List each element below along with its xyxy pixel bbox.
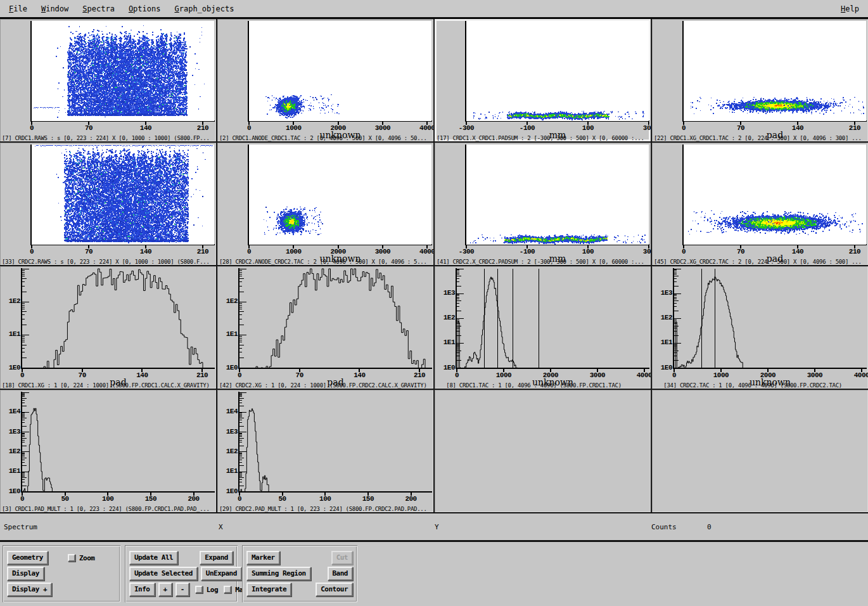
spectrum-panel-crdc2-tac[interactable]: 01000200030004000unknown1E01E11E21E3 [34… <box>652 266 868 389</box>
spectrum-panel-empty-pane-1[interactable] <box>435 390 651 512</box>
plot-canvas[interactable] <box>684 21 866 121</box>
plot-canvas[interactable] <box>466 145 649 245</box>
x-tick-label: -100 <box>520 248 535 255</box>
spectrum-panel-crdc2-raws[interactable]: 070140210[33] CRDC2.RAWS : s [0, 223 : 2… <box>0 143 216 265</box>
menu-help[interactable]: Help <box>841 4 859 13</box>
x-tick-label: 0 <box>30 248 34 255</box>
display-button[interactable]: Display + <box>7 583 52 596</box>
x-tick-label: 0 <box>247 248 251 255</box>
log-checkbox-box[interactable] <box>195 586 203 593</box>
info-button[interactable]: Info <box>129 583 155 596</box>
x-tick-label: 140 <box>792 124 803 132</box>
spectra-grid: 070140210[7] CRDC1.RAWS : s [0, 223 : 22… <box>0 19 868 512</box>
plot-canvas[interactable] <box>457 268 649 368</box>
spectrum-panel-crdc2-anode-tac[interactable]: 01000200030004000unknown[28] CRDC2.ANODE… <box>217 143 433 265</box>
menu-mnemonic: O <box>129 4 133 13</box>
y-tick-label: 1E3 <box>435 289 455 297</box>
status-spectrum-label: Spectrum <box>4 523 37 531</box>
plot-canvas[interactable] <box>249 21 431 121</box>
x-tick-label: 4000 <box>854 371 868 379</box>
spectrum-panel-crdc1-xg[interactable]: 070140210pad1E01E11E2[18] CRDC1.XG : 1 [… <box>0 266 216 389</box>
update-all-button[interactable]: Update All <box>129 551 178 565</box>
plot-canvas[interactable] <box>22 392 214 492</box>
menu-graph-objects[interactable]: Graph_objects <box>174 4 234 13</box>
spectrum-panel-crdc2-xg[interactable]: 070140210pad1E01E11E2[42] CRDC2.XG : 1 [… <box>217 266 433 389</box>
marker-button[interactable]: Marker <box>246 551 280 565</box>
spectrum-panel-crdc2-xg-tac[interactable]: 070140210pad[45] CRDC2.XG_CRDC2.TAC : 2 … <box>652 143 868 265</box>
-button[interactable]: - <box>176 583 189 596</box>
spectrum-panel-crdc1-xg-tac[interactable]: 070140210pad[22] CRDC1.XG_CRDC1.TAC : 2 … <box>652 19 868 141</box>
spectrum-panel-crdc1-raws[interactable]: 070140210[7] CRDC1.RAWS : s [0, 223 : 22… <box>0 19 216 141</box>
zoom-checkbox-label: Zoom <box>79 554 95 562</box>
control-row: MarkerCut <box>246 551 353 565</box>
y-tick-label: 1E1 <box>217 330 238 338</box>
y-tick-label: 1E3 <box>652 289 672 297</box>
y-tick-label: 1E0 <box>217 364 238 371</box>
plot-canvas[interactable] <box>239 268 431 368</box>
x-tick-label: 1000 <box>286 124 301 132</box>
zoom-checkbox[interactable]: Zoom <box>68 554 95 562</box>
x-tick-label: 150 <box>145 495 156 503</box>
x-tick-label: 300 <box>643 124 651 132</box>
x-tick-label: 140 <box>140 124 151 132</box>
menu-options[interactable]: Options <box>129 4 161 13</box>
plot-canvas[interactable] <box>239 392 431 492</box>
spectrum-caption: [45] CRDC2.XG_CRDC2.TAC : 2 [0, 224 : 50… <box>654 259 868 265</box>
contour-button[interactable]: Contour <box>316 583 353 596</box>
x-tick-label: 3000 <box>375 124 390 132</box>
x-tick-label: 50 <box>61 495 69 503</box>
summing-region-button[interactable]: Summing Region <box>246 567 311 581</box>
plot-canvas[interactable] <box>249 145 431 245</box>
x-tick-label: 3000 <box>807 371 822 379</box>
plot-canvas[interactable] <box>32 145 214 245</box>
x-tick-label: 70 <box>85 248 93 255</box>
control-group-2: Update AllExpandUpdate SelectedUnExpandI… <box>125 545 238 602</box>
spectrum-panel-crdc1-tac[interactable]: 01000200030004000unknown1E01E11E21E3 [8]… <box>435 266 651 389</box>
control-row: Summing RegionBand <box>246 567 353 581</box>
zoom-checkbox-box[interactable] <box>68 554 75 562</box>
x-tick-label: 0 <box>455 371 459 379</box>
control-row: Info+-LogMap <box>129 583 233 596</box>
x-tick-label: 140 <box>136 371 148 379</box>
spectrum-panel-empty-pane-2[interactable] <box>652 390 868 512</box>
plot-canvas[interactable] <box>466 21 649 121</box>
unexpand-button[interactable]: UnExpand <box>201 567 242 581</box>
x-tick-label: 50 <box>279 495 286 503</box>
spectrum-panel-crdc1-pad-mult[interactable]: 0501001502001E01E11E21E31E4[3] CRDC1.PAD… <box>0 390 216 512</box>
map-checkbox-box[interactable] <box>224 586 231 593</box>
plot-canvas[interactable] <box>684 145 866 245</box>
spectrum-panel-crdc2-x-padsum[interactable]: -300-100100300mm[41] CRDC2.X_CRDC2.PADSU… <box>435 143 651 265</box>
x-tick-label: 210 <box>849 124 860 132</box>
status-counts-label: Counts <box>651 523 677 531</box>
x-tick-label: 70 <box>737 248 744 255</box>
spectrum-caption: [34] CRDC2.TAC : 1 [0, 4096 : 4096] (S80… <box>654 382 868 389</box>
plot-canvas[interactable] <box>32 21 214 121</box>
expand-button[interactable]: Expand <box>200 551 233 565</box>
spectrum-panel-crdc2-pad-mult[interactable]: 0501001502001E01E11E21E31E4[29] CRDC2.PA… <box>217 390 433 512</box>
band-button[interactable]: Band <box>328 567 354 581</box>
spectrum-panel-crdc1-anode-tac[interactable]: 01000200030004000unknown[2] CRDC1.ANODE_… <box>217 19 433 141</box>
menu-window[interactable]: Window <box>41 4 68 13</box>
x-tick-label: 3000 <box>590 371 605 379</box>
-button[interactable]: + <box>158 583 172 596</box>
spectrum-caption: [2] CRDC1.ANODE_CRDC1.TAC : 2 [0, 4096 :… <box>219 135 433 141</box>
x-tick-label: 0 <box>20 495 24 503</box>
spectrum-caption: [17] CRDC1.X_CRDC1.PADSUM : 2 [-300, 300… <box>437 135 651 141</box>
geometry-button[interactable]: Geometry <box>7 551 48 565</box>
y-tick-label: 1E4 <box>217 408 238 415</box>
y-tick-label: 1E1 <box>0 467 20 475</box>
cut-button[interactable]: Cut <box>331 551 353 565</box>
spectrum-panel-crdc1-x-padsum[interactable]: -300-100100300mm[17] CRDC1.X_CRDC1.PADSU… <box>435 19 651 141</box>
plot-canvas[interactable] <box>22 268 214 368</box>
menu-spectra[interactable]: Spectra <box>82 4 115 13</box>
log-checkbox[interactable]: Log <box>195 586 218 594</box>
y-tick-label: 1E2 <box>217 448 238 455</box>
update-selected-button[interactable]: Update Selected <box>129 567 198 581</box>
y-tick-label: 1E1 <box>435 338 455 346</box>
plot-canvas[interactable] <box>674 268 866 368</box>
display-button[interactable]: Display <box>7 567 44 581</box>
menu-file[interactable]: File <box>9 4 27 13</box>
integrate-button[interactable]: Integrate <box>246 583 291 596</box>
x-tick-label: 1000 <box>713 371 729 379</box>
x-tick-label: 100 <box>582 248 594 255</box>
